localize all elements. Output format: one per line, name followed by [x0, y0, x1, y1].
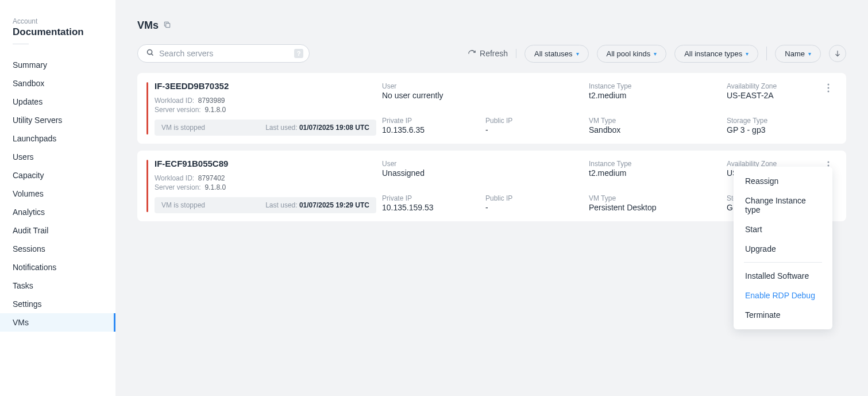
svg-point-6: [828, 91, 830, 93]
page-title-row: VMs: [137, 20, 846, 32]
refresh-button[interactable]: Refresh: [468, 49, 516, 58]
svg-rect-0: [166, 24, 170, 28]
vm-actions-menu[interactable]: [820, 81, 837, 136]
instance-type-value: t2.medium: [589, 168, 721, 178]
account-name: Documentation: [13, 26, 103, 38]
instance-type-filter[interactable]: All instance types ▾: [674, 45, 758, 63]
menu-item-terminate[interactable]: Terminate: [734, 305, 832, 325]
public-ip-value: -: [485, 203, 583, 212]
svg-line-2: [152, 54, 153, 56]
svg-point-4: [828, 84, 830, 86]
sidebar-nav: SummarySandboxUpdatesUtility ServersLaun…: [0, 56, 115, 332]
status-filter[interactable]: All statuses ▾: [524, 45, 588, 63]
pool-filter[interactable]: All pool kinds ▾: [597, 45, 667, 63]
user-value: No user currently: [382, 91, 480, 100]
sidebar-item-launchpads[interactable]: Launchpads: [0, 129, 115, 148]
context-menu: ReassignChange Instance typeStartUpgrade…: [734, 167, 832, 329]
sidebar-item-vms[interactable]: VMs: [0, 313, 115, 332]
public-ip-label: Public IP: [485, 194, 583, 202]
vm-status-bar: VM is stopped Last used: 01/07/2025 19:2…: [155, 197, 376, 213]
svg-point-1: [148, 50, 152, 55]
pool-filter-label: All pool kinds: [607, 49, 651, 58]
sidebar-item-volumes[interactable]: Volumes: [0, 184, 115, 203]
sort-label: Name: [785, 49, 805, 58]
account-label: Account: [13, 17, 103, 25]
controls-row: ? Refresh All statuses ▾ All pool kinds …: [137, 44, 846, 63]
sort-direction-button[interactable]: [829, 45, 846, 62]
sidebar-item-users[interactable]: Users: [0, 148, 115, 166]
menu-item-reassign[interactable]: Reassign: [734, 171, 832, 191]
private-ip-label: Private IP: [382, 194, 480, 202]
vm-card-left: IF-ECF91B055C89 Workload ID: 8797402 Ser…: [146, 159, 376, 213]
svg-point-7: [828, 162, 830, 163]
sidebar-item-audit-trail[interactable]: Audit Trail: [0, 221, 115, 240]
vm-col-public-ip: Public IP-: [485, 81, 583, 136]
search-box[interactable]: ?: [137, 44, 310, 63]
availability-zone-label: Availability Zone: [727, 82, 814, 90]
chevron-down-icon: ▾: [808, 51, 811, 57]
instance-type-value: t2.medium: [589, 91, 721, 100]
search-input[interactable]: [159, 49, 294, 58]
private-ip-value: 10.135.6.35: [382, 125, 480, 134]
main-content: VMs ? Refresh All statuses ▾ All pool ki…: [115, 0, 868, 396]
chevron-down-icon: ▾: [746, 51, 749, 57]
vm-col-instance: Instance Typet2.medium VM TypePersistent…: [589, 159, 721, 213]
sidebar-item-tasks[interactable]: Tasks: [0, 276, 115, 295]
server-version-line: Server version: 9.1.8.0: [155, 106, 376, 114]
workload-id-line: Workload ID: 8793989: [155, 97, 376, 105]
vm-type-label: VM Type: [589, 194, 721, 202]
menu-item-start[interactable]: Start: [734, 220, 832, 239]
svg-point-5: [828, 87, 830, 89]
vm-card: IF-3EEDD9B70352 Workload ID: 8793989 Ser…: [137, 73, 846, 144]
sidebar-item-analytics[interactable]: Analytics: [0, 203, 115, 221]
vm-last-used: Last used: 01/07/2025 19:08 UTC: [265, 124, 369, 132]
search-icon: [146, 48, 155, 59]
storage-type-label: Storage Type: [727, 117, 814, 125]
help-icon[interactable]: ?: [294, 49, 303, 58]
vm-name[interactable]: IF-ECF91B055C89: [155, 159, 376, 168]
copy-icon[interactable]: [163, 21, 171, 30]
public-ip-value: -: [485, 125, 583, 134]
sidebar-item-notifications[interactable]: Notifications: [0, 258, 115, 276]
vm-col-user: UserNo user currently Private IP10.135.6…: [382, 81, 480, 136]
page-title: VMs: [137, 20, 159, 32]
sort-dropdown[interactable]: Name ▾: [775, 45, 821, 63]
user-value: Unassigned: [382, 168, 480, 178]
chevron-down-icon: ▾: [576, 51, 579, 57]
vm-col-user: UserUnassigned Private IP10.135.159.53: [382, 159, 480, 213]
sidebar-item-updates[interactable]: Updates: [0, 93, 115, 111]
vm-type-value: Sandbox: [589, 125, 721, 134]
vm-status-bar: VM is stopped Last used: 01/07/2025 19:0…: [155, 120, 376, 136]
vm-card-left: IF-3EEDD9B70352 Workload ID: 8793989 Ser…: [146, 81, 376, 136]
vm-status-text: VM is stopped: [161, 124, 205, 132]
instance-type-label: Instance Type: [589, 160, 721, 168]
vm-col-instance: Instance Typet2.medium VM TypeSandbox: [589, 81, 721, 136]
instance-type-label: Instance Type: [589, 82, 721, 90]
refresh-label: Refresh: [480, 49, 508, 58]
chevron-down-icon: ▾: [654, 51, 657, 57]
vm-type-value: Persistent Desktop: [589, 203, 721, 212]
sidebar: Account Documentation SummarySandboxUpda…: [0, 0, 115, 396]
divider: [13, 44, 29, 44]
vm-col-az: Availability ZoneUS-EAST-2A Storage Type…: [727, 81, 814, 136]
availability-zone-value: US-EAST-2A: [727, 91, 814, 100]
sidebar-item-settings[interactable]: Settings: [0, 295, 115, 313]
vm-type-label: VM Type: [589, 117, 721, 125]
menu-item-upgrade[interactable]: Upgrade: [734, 239, 832, 259]
menu-item-change-instance-type[interactable]: Change Instance type: [734, 191, 832, 220]
user-label: User: [382, 82, 480, 90]
vm-last-used: Last used: 01/07/2025 19:29 UTC: [265, 201, 369, 209]
vm-name[interactable]: IF-3EEDD9B70352: [155, 81, 376, 91]
vm-status-text: VM is stopped: [161, 201, 205, 209]
instance-filter-label: All instance types: [684, 49, 742, 58]
sidebar-header: Account Documentation: [0, 17, 115, 56]
menu-item-installed-software[interactable]: Installed Software: [734, 266, 832, 286]
menu-item-enable-rdp-debug[interactable]: Enable RDP Debug: [734, 286, 832, 305]
sidebar-item-sessions[interactable]: Sessions: [0, 240, 115, 258]
sidebar-item-utility-servers[interactable]: Utility Servers: [0, 111, 115, 129]
sidebar-item-summary[interactable]: Summary: [0, 56, 115, 74]
user-label: User: [382, 160, 480, 168]
workload-id-line: Workload ID: 8797402: [155, 174, 376, 182]
sidebar-item-capacity[interactable]: Capacity: [0, 166, 115, 184]
sidebar-item-sandbox[interactable]: Sandbox: [0, 74, 115, 93]
